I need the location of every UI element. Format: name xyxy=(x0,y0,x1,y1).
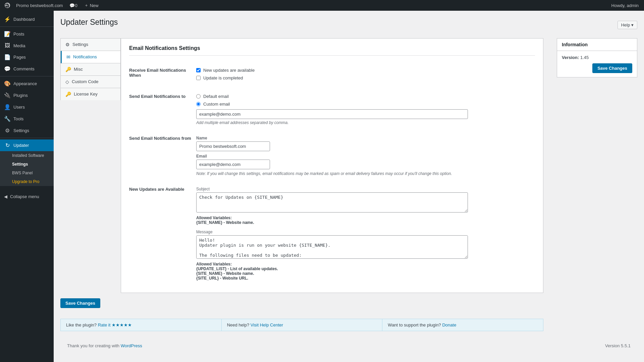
new-updates-label: New Updates are Available xyxy=(129,181,196,286)
footer-banner-rate: Like the plugin? Rate it ★★★★★ xyxy=(61,319,222,331)
send-to-label: Send Email Notifications to xyxy=(129,88,196,130)
save-changes-button-top[interactable]: Save Changes xyxy=(592,63,632,73)
footer-banner-help: Need help? Visit Help Center xyxy=(222,319,383,331)
misc-tab-icon: 🔑 xyxy=(65,67,71,72)
sidebar-item-comments[interactable]: 💬 Comments xyxy=(0,63,54,75)
message-allowed-vars-label: Allowed Variables: xyxy=(196,262,232,266)
site-name-var-desc: - Website name. xyxy=(222,220,254,225)
adminbar-howdy[interactable]: Howdy, admin xyxy=(609,0,641,11)
submit-area: Save Changes xyxy=(60,293,543,313)
notifications-tab-icon: ✉ xyxy=(66,54,70,60)
adminbar-new[interactable]: ＋ New xyxy=(82,0,101,11)
checkbox-new-updates[interactable] xyxy=(196,68,201,72)
radio-default-email[interactable] xyxy=(196,94,201,99)
rate-link[interactable]: Rate it ★★★★★ xyxy=(98,322,132,327)
sidebar-item-pages[interactable]: 📄 Pages xyxy=(0,51,54,63)
message-allowed-vars: Allowed Variables: {UPDATE_LIST} - List … xyxy=(196,262,535,281)
update-list-var: {UPDATE_LIST} - List of available update… xyxy=(196,266,278,271)
plugin-footer-banner: Like the plugin? Rate it ★★★★★ Need help… xyxy=(60,319,543,331)
pages-icon: 📄 xyxy=(4,54,11,60)
sidebar-item-appearance[interactable]: 🎨 Appearance xyxy=(0,78,54,89)
email-help-text: Add multiple email addresses separated b… xyxy=(196,120,535,125)
submenu-bws-panel[interactable]: BWS Panel xyxy=(0,169,54,177)
updater-icon: ↻ xyxy=(4,142,11,148)
rate-prefix: Like the plugin? xyxy=(66,322,98,327)
admin-bar: Promo bestwebsoft.com 💬 0 ＋ New Howdy, a… xyxy=(0,0,644,11)
radio-default-email-label: Default email xyxy=(203,94,229,99)
radio-custom-email-label: Custom email xyxy=(203,102,230,107)
posts-icon: 📝 xyxy=(4,31,11,37)
radio-custom-email[interactable] xyxy=(196,102,201,106)
tab-notifications[interactable]: ✉ Notifications xyxy=(61,51,120,63)
checkbox-new-updates-label: New updates are available xyxy=(203,68,255,73)
sidebar-item-users[interactable]: 👤 Users xyxy=(0,101,54,113)
help-prefix: Need help? xyxy=(227,322,251,327)
subject-label: Subject xyxy=(196,187,535,191)
new-updates-row: New Updates are Available Subject Check … xyxy=(129,181,535,286)
help-link[interactable]: Visit Help Center xyxy=(251,322,283,327)
license-key-tab-icon: 🔑 xyxy=(65,92,71,97)
submenu-settings[interactable]: Settings xyxy=(0,160,54,169)
plugins-icon: 🔌 xyxy=(4,92,11,99)
email-from-input[interactable]: example@demo.com xyxy=(196,160,270,169)
tab-license-key[interactable]: 🔑 License Key xyxy=(61,88,120,100)
footer-version: Version 5.5.1 xyxy=(605,343,631,348)
collapse-icon: ◀ xyxy=(4,194,7,199)
section-title: Email Notifications Settings xyxy=(129,45,535,56)
help-button[interactable]: Help ▾ xyxy=(618,21,637,29)
message-textarea[interactable]: Hello! Updater plugin is run on your web… xyxy=(196,235,468,259)
collapse-menu-button[interactable]: ◀ Collapse menu xyxy=(0,191,54,202)
tab-navigation: ⚙ Settings ✉ Notifications 🔑 Misc xyxy=(60,38,121,100)
sidebar-item-updater[interactable]: ↻ Updater xyxy=(0,139,54,151)
sidebar-item-tools[interactable]: 🔧 Tools xyxy=(0,113,54,125)
tools-icon: 🔧 xyxy=(4,116,11,122)
tab-misc[interactable]: 🔑 Misc xyxy=(61,63,120,76)
settings-icon: ⚙ xyxy=(4,127,11,134)
from-note-text: Note: If you will change this settings, … xyxy=(196,171,535,176)
wp-link[interactable]: WordPress xyxy=(121,343,142,348)
users-icon: 👤 xyxy=(4,104,11,110)
info-panel: Information Version: 1.45 Save Changes xyxy=(557,38,637,83)
name-input[interactable]: Promo bestwebsoft.com xyxy=(196,141,270,151)
sidebar-item-media[interactable]: 🖼 Media xyxy=(0,40,54,51)
footer-left: Thank you for creating with WordPress xyxy=(67,343,142,348)
dashboard-icon: ⚡ xyxy=(4,16,11,22)
tab-custom-code[interactable]: ◇ Custom Code xyxy=(61,76,120,88)
send-to-row: Send Email Notifications to Default emai… xyxy=(129,88,535,130)
send-from-label: Send Email Notifications from xyxy=(129,130,196,181)
postbox-title: Information xyxy=(557,39,637,51)
send-from-row: Send Email Notifications from Name Promo… xyxy=(129,130,535,181)
custom-email-input[interactable]: example@demo.com xyxy=(196,109,468,119)
receive-notifications-row: Receive Email Notifications When New upd… xyxy=(129,62,535,88)
postbox-save-area: Save Changes xyxy=(562,63,632,73)
save-changes-button-bottom[interactable]: Save Changes xyxy=(60,298,100,308)
sidebar-item-dashboard[interactable]: ⚡ Dashboard xyxy=(0,13,54,25)
adminbar-site-name[interactable]: Promo bestwebsoft.com xyxy=(13,0,65,11)
adminbar-comments[interactable]: 💬 0 xyxy=(67,0,80,11)
submenu-upgrade[interactable]: Upgrade to Pro xyxy=(0,177,54,186)
message-label: Message xyxy=(196,230,535,234)
subject-textarea[interactable]: Check for Updates on {SITE_NAME} xyxy=(196,192,468,213)
checkbox-update-completed[interactable] xyxy=(196,76,201,80)
information-postbox: Information Version: 1.45 Save Changes xyxy=(557,38,637,77)
allowed-vars-label: Allowed Variables: xyxy=(196,216,232,220)
admin-sidebar: ⚡ Dashboard 📝 Posts 🖼 Media 📄 Pages 💬 Co… xyxy=(0,11,54,362)
settings-content-area: Email Notifications Settings Receive Ema… xyxy=(121,38,543,293)
email-from-field-label: Email xyxy=(196,154,535,159)
sidebar-item-plugins[interactable]: 🔌 Plugins xyxy=(0,89,54,101)
wp-logo[interactable] xyxy=(3,1,12,10)
submenu-installed-software[interactable]: Installed Software xyxy=(0,151,54,160)
sidebar-item-settings[interactable]: ⚙ Settings xyxy=(0,125,54,136)
sidebar-item-posts[interactable]: 📝 Posts xyxy=(0,28,54,40)
site-name-var: {SITE_NAME} xyxy=(196,220,222,225)
custom-code-tab-icon: ◇ xyxy=(65,79,69,84)
appearance-icon: 🎨 xyxy=(4,80,11,87)
subject-allowed-vars: Allowed Variables: {SITE_NAME} - Website… xyxy=(196,216,535,225)
donate-prefix: Want to support the plugin? xyxy=(388,322,442,327)
footer-banner-donate: Want to support the plugin? Donate xyxy=(382,319,543,331)
name-field-label: Name xyxy=(196,136,535,140)
comments-icon: 💬 xyxy=(4,66,11,72)
settings-form-table: Receive Email Notifications When New upd… xyxy=(129,62,535,286)
donate-link[interactable]: Donate xyxy=(442,322,456,327)
tab-settings[interactable]: ⚙ Settings xyxy=(61,39,120,51)
